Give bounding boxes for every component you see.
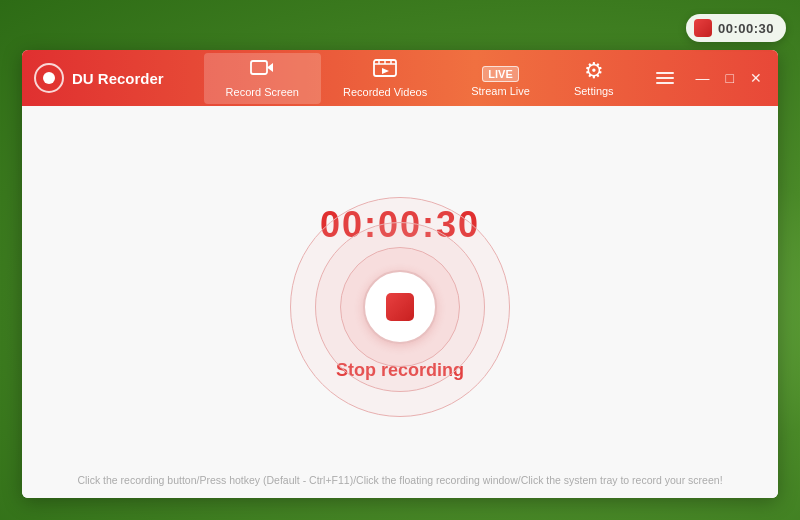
close-button[interactable]: ✕ <box>746 68 766 88</box>
maximize-button[interactable]: □ <box>722 68 738 88</box>
stream-live-icon: LIVE <box>482 60 518 82</box>
app-title: DU Recorder <box>72 70 164 87</box>
logo-dot <box>43 72 55 84</box>
stop-icon <box>386 293 414 321</box>
main-content: 00:00:30 Stop recording Click the record… <box>22 106 778 498</box>
svg-rect-0 <box>251 61 267 74</box>
floating-stop-icon <box>694 19 712 37</box>
hint-text: Click the recording button/Press hotkey … <box>22 474 778 486</box>
logo-icon <box>34 63 64 93</box>
app-logo: DU Recorder <box>34 63 164 93</box>
window-controls: — □ ✕ <box>656 68 766 88</box>
recorded-videos-icon <box>373 59 397 83</box>
minimize-button[interactable]: — <box>692 68 714 88</box>
nav-item-stream-live[interactable]: LIVE Stream Live <box>449 54 552 103</box>
nav-label-stream-live: Stream Live <box>471 85 530 97</box>
menu-icon[interactable] <box>656 72 674 84</box>
stop-recording-button[interactable] <box>363 270 437 344</box>
svg-marker-7 <box>382 68 389 74</box>
circles-container <box>363 270 437 344</box>
app-window: DU Recorder Record Screen <box>22 50 778 498</box>
nav-item-recorded-videos[interactable]: Recorded Videos <box>321 53 449 104</box>
nav-bar: Record Screen Recorded Videos <box>184 53 656 104</box>
live-badge: LIVE <box>482 66 518 82</box>
floating-timer-text: 00:00:30 <box>718 21 774 36</box>
nav-label-settings: Settings <box>574 85 614 97</box>
app-header: DU Recorder Record Screen <box>22 50 778 106</box>
nav-label-recorded-videos: Recorded Videos <box>343 86 427 98</box>
nav-item-record-screen[interactable]: Record Screen <box>204 53 321 104</box>
nav-label-record-screen: Record Screen <box>226 86 299 98</box>
settings-icon <box>584 60 604 82</box>
record-screen-icon <box>250 59 274 83</box>
floating-timer[interactable]: 00:00:30 <box>686 14 786 42</box>
nav-item-settings[interactable]: Settings <box>552 54 636 103</box>
